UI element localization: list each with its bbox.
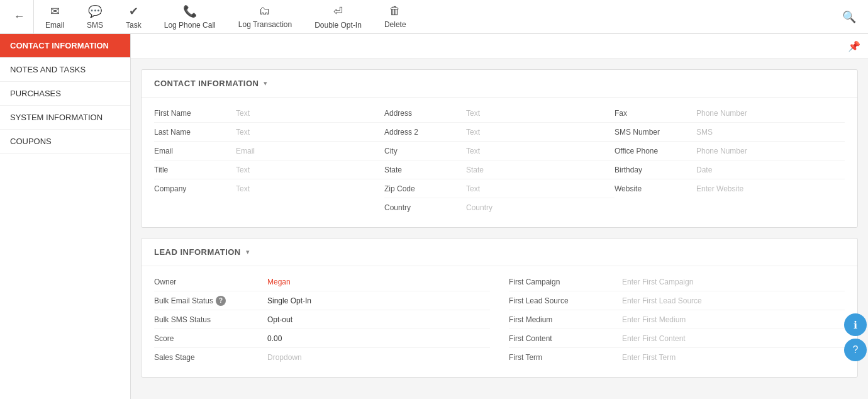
lead-field-row: First Lead SourceEnter First Lead Source — [509, 291, 845, 310]
field-row: FaxPhone Number — [615, 104, 845, 123]
lead-label: First Campaign — [509, 278, 622, 286]
sidebar-item-notes_and_tasks[interactable]: NOTES AND TASKS — [0, 58, 130, 82]
sidebar: CONTACT INFORMATIONNOTES AND TASKSPURCHA… — [0, 34, 131, 399]
lead-label: First Medium — [509, 315, 622, 324]
field-value[interactable]: Text — [236, 128, 384, 137]
contact-col3: FaxPhone NumberSMS NumberSMSOffice Phone… — [615, 104, 845, 217]
sidebar-item-purchases[interactable]: PURCHASES — [0, 82, 130, 106]
field-row: CompanyText — [154, 179, 384, 198]
lead-label: First Content — [509, 334, 622, 343]
toolbar-item-delete[interactable]: 🗑Delete — [373, 0, 418, 34]
field-value[interactable]: Text — [236, 109, 384, 118]
lead-value[interactable]: Megan — [267, 278, 490, 286]
field-label: Address 2 — [384, 128, 466, 137]
field-value[interactable]: SMS — [696, 128, 845, 137]
lead-field-row: Bulk Email Status?Single Opt-In — [154, 291, 490, 310]
back-icon: ← — [14, 10, 25, 23]
sidebar-item-contact_information[interactable]: CONTACT INFORMATION — [0, 34, 130, 58]
field-value[interactable]: Enter Website — [696, 184, 845, 193]
lead-field-row: Sales StageDropdown — [154, 348, 490, 367]
sidebar-item-coupons[interactable]: COUPONS — [0, 130, 130, 154]
info-button[interactable]: ℹ — [844, 313, 867, 336]
lead-value[interactable]: Enter First Term — [622, 353, 845, 362]
lead-value[interactable]: Single Opt-In — [267, 296, 490, 305]
lead-value[interactable]: Enter First Lead Source — [622, 296, 845, 305]
toolbar-item-sms[interactable]: 💬SMS — [75, 0, 114, 34]
lead-grid: OwnerMeganBulk Email Status?Single Opt-I… — [154, 273, 845, 367]
delete-label: Delete — [384, 20, 406, 29]
help-icon: ? — [853, 344, 859, 356]
lead-field-row: First MediumEnter First Medium — [509, 310, 845, 329]
lead-value[interactable]: Opt-out — [267, 315, 490, 324]
double_opt_in-label: Double Opt-In — [314, 21, 362, 30]
toolbar-item-email[interactable]: ✉Email — [34, 0, 75, 34]
toolbar-item-log_transaction[interactable]: 🗂Log Transaction — [227, 0, 303, 34]
field-row: SMS NumberSMS — [615, 123, 845, 142]
contact-section-header: CONTACT INFORMATION ▾ — [142, 70, 857, 98]
toolbar-item-double_opt_in[interactable]: ⏎Double Opt-In — [303, 0, 373, 34]
sidebar-item-system_information[interactable]: SYSTEM INFORMATION — [0, 106, 130, 130]
lead-value[interactable]: Enter First Content — [622, 334, 845, 343]
field-label: SMS Number — [615, 128, 696, 137]
float-buttons: ℹ ? — [844, 313, 868, 361]
field-value[interactable]: Text — [236, 166, 384, 174]
contact-col2: AddressTextAddress 2TextCityTextStateSta… — [384, 104, 615, 217]
toolbar-item-task[interactable]: ✔Task — [114, 0, 153, 34]
field-row: TitleText — [154, 160, 384, 179]
back-button[interactable]: ← — [5, 0, 34, 34]
lead-value[interactable]: Enter First Campaign — [622, 278, 845, 286]
lead-section-chevron[interactable]: ▾ — [246, 248, 250, 256]
field-label: Country — [384, 203, 466, 212]
sms-label: SMS — [87, 21, 103, 30]
field-value[interactable]: State — [466, 166, 615, 174]
field-value[interactable]: Text — [466, 128, 615, 137]
field-value[interactable]: Text — [466, 184, 615, 193]
field-value[interactable]: Text — [466, 147, 615, 155]
search-button[interactable]: 🔍 — [835, 0, 863, 34]
lead-field-row: Score0.00 — [154, 329, 490, 348]
field-label: Title — [154, 166, 236, 174]
toolbar-item-log_phone_call[interactable]: 📞Log Phone Call — [153, 0, 227, 34]
contact-section-title: CONTACT INFORMATION — [154, 79, 259, 88]
lead-label: Owner — [154, 278, 267, 286]
field-label: Office Phone — [615, 147, 696, 155]
lead-value[interactable]: 0.00 — [267, 334, 490, 343]
field-row: StateState — [384, 160, 615, 179]
field-value[interactable]: Phone Number — [696, 109, 845, 118]
field-value[interactable]: Text — [466, 109, 615, 118]
field-value[interactable]: Email — [236, 147, 384, 155]
field-label: Company — [154, 184, 236, 193]
contact-section-chevron[interactable]: ▾ — [264, 79, 267, 87]
log_phone_call-icon: 📞 — [183, 4, 197, 18]
lead-fields: OwnerMeganBulk Email Status?Single Opt-I… — [142, 266, 857, 377]
lead-label: Bulk Email Status? — [154, 296, 267, 306]
field-label: State — [384, 166, 466, 174]
field-label: Birthday — [615, 166, 696, 174]
log_phone_call-label: Log Phone Call — [164, 21, 216, 30]
question-badge[interactable]: ? — [216, 296, 226, 306]
delete-icon: 🗑 — [389, 4, 401, 18]
pin-icon[interactable]: 📌 — [848, 40, 860, 52]
field-value[interactable]: Country — [466, 203, 615, 212]
lead-col2: First CampaignEnter First CampaignFirst … — [509, 273, 845, 367]
lead-value[interactable]: Enter First Medium — [622, 315, 845, 324]
double_opt_in-icon: ⏎ — [333, 4, 343, 18]
field-value[interactable]: Date — [696, 166, 845, 174]
field-row: BirthdayDate — [615, 160, 845, 179]
field-label: Fax — [615, 109, 696, 118]
toolbar: ← ✉Email💬SMS✔Task📞Log Phone Call🗂Log Tra… — [0, 0, 868, 34]
field-label: Zip Code — [384, 184, 466, 193]
lead-value[interactable]: Dropdown — [267, 353, 490, 362]
main-layout: CONTACT INFORMATIONNOTES AND TASKSPURCHA… — [0, 34, 868, 399]
lead-label: Score — [154, 334, 267, 343]
search-icon: 🔍 — [842, 10, 856, 24]
field-row: First NameText — [154, 104, 384, 123]
help-button[interactable]: ? — [844, 339, 867, 361]
field-value[interactable]: Phone Number — [696, 147, 845, 155]
field-value[interactable]: Text — [236, 184, 384, 193]
contact-col1: First NameTextLast NameTextEmailEmailTit… — [154, 104, 384, 217]
field-row: EmailEmail — [154, 142, 384, 160]
task-icon: ✔ — [129, 4, 138, 18]
field-row: Office PhonePhone Number — [615, 142, 845, 160]
field-row: Zip CodeText — [384, 179, 615, 198]
